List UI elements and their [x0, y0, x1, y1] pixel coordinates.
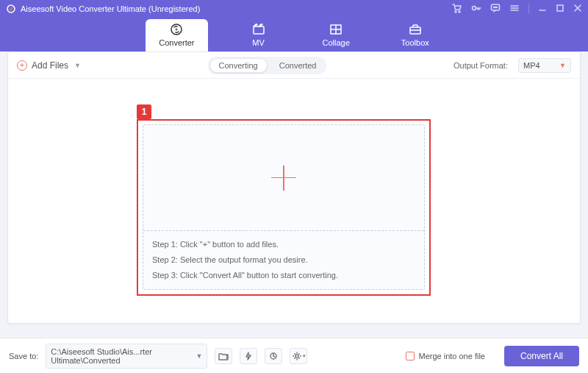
- chevron-down-icon: ▼: [74, 62, 81, 69]
- tab-label: MV: [252, 38, 265, 47]
- tab-label: Toolbox: [401, 38, 429, 47]
- merge-checkbox[interactable]: Merge into one file: [406, 352, 485, 360]
- svg-rect-11: [254, 26, 264, 34]
- main-panel: + Add Files ▼ Converting Converted Outpu…: [7, 51, 581, 324]
- toolbox-icon: [408, 22, 423, 37]
- cart-icon[interactable]: [452, 3, 462, 15]
- chevron-down-icon: ▼: [196, 352, 202, 360]
- checkbox-icon: [406, 352, 415, 360]
- plus-icon: [271, 166, 296, 191]
- save-to-path-value: C:\Aiseesoft Studio\Ais...rter Ultimate\…: [51, 347, 196, 365]
- save-to-path-select[interactable]: C:\Aiseesoft Studio\Ais...rter Ultimate\…: [46, 344, 207, 369]
- open-folder-button[interactable]: [215, 348, 232, 364]
- convert-all-button[interactable]: Convert All: [504, 346, 579, 366]
- panel-toolbar: + Add Files ▼ Converting Converted Outpu…: [8, 52, 580, 79]
- svg-point-10: [176, 29, 178, 31]
- step-text: Step 1: Click "+" button to add files.: [152, 237, 415, 252]
- tab-label: Collage: [323, 38, 350, 47]
- close-button[interactable]: [573, 4, 582, 14]
- chevron-down-icon: ▾: [303, 353, 306, 359]
- svg-point-15: [295, 355, 298, 358]
- save-to-label: Save to:: [9, 352, 38, 360]
- svg-point-0: [7, 5, 15, 13]
- add-files-dropzone[interactable]: [143, 125, 424, 230]
- svg-point-2: [459, 11, 460, 13]
- nav-tabs: Converter MV Collage Toolbox: [0, 18, 588, 51]
- tab-converted[interactable]: Converted: [270, 59, 326, 72]
- svg-point-7: [497, 7, 498, 8]
- caret-down-icon: ▼: [559, 62, 566, 69]
- output-format-select[interactable]: MP4 ▼: [518, 58, 571, 73]
- annotation-badge: 1: [137, 104, 151, 119]
- tab-converting[interactable]: Converting: [209, 58, 268, 73]
- step-text: Step 2: Select the output format you des…: [152, 252, 415, 268]
- dropzone: Step 1: Click "+" button to add files. S…: [143, 124, 425, 290]
- output-format-label: Output Format:: [453, 61, 508, 70]
- tab-label: Converter: [159, 38, 194, 47]
- converter-icon: [169, 22, 184, 37]
- plus-circle-icon: +: [17, 60, 27, 71]
- output-format-value: MP4: [523, 61, 540, 70]
- maximize-button[interactable]: [556, 4, 564, 14]
- tab-toolbox[interactable]: Toolbox: [388, 19, 442, 51]
- tab-converter[interactable]: Converter: [146, 19, 207, 51]
- workarea: 1 Step 1: Click "+" button to add files.…: [8, 79, 580, 323]
- svg-rect-8: [557, 5, 563, 11]
- tab-mv[interactable]: MV: [233, 19, 284, 51]
- step-text: Step 3: Click "Convert All" button to st…: [152, 268, 415, 283]
- add-files-label: Add Files: [32, 60, 68, 71]
- tab-collage[interactable]: Collage: [309, 19, 363, 51]
- steps-help: Step 1: Click "+" button to add files. S…: [143, 230, 424, 289]
- titlebar: Aiseesoft Video Converter Ultimate (Unre…: [0, 0, 588, 18]
- feedback-icon[interactable]: [490, 3, 501, 15]
- add-files-button[interactable]: + Add Files ▼: [17, 60, 81, 71]
- settings-button[interactable]: ▾: [290, 348, 307, 364]
- svg-point-5: [494, 7, 495, 8]
- minimize-button[interactable]: [538, 4, 547, 14]
- hardware-accel-button[interactable]: [240, 348, 257, 364]
- merge-label: Merge into one file: [418, 352, 485, 360]
- app-title: Aiseesoft Video Converter Ultimate (Unre…: [21, 4, 200, 13]
- svg-point-6: [495, 7, 496, 8]
- status-tabs: Converting Converted: [208, 57, 327, 74]
- key-icon[interactable]: [471, 3, 481, 15]
- svg-point-1: [455, 11, 456, 13]
- high-speed-button[interactable]: [265, 348, 282, 364]
- bottom-bar: Save to: C:\Aiseesoft Studio\Ais...rter …: [0, 338, 588, 373]
- collage-icon: [329, 22, 343, 37]
- mv-icon: [251, 22, 266, 37]
- app-logo-icon: [6, 4, 16, 14]
- menu-icon[interactable]: [509, 3, 520, 15]
